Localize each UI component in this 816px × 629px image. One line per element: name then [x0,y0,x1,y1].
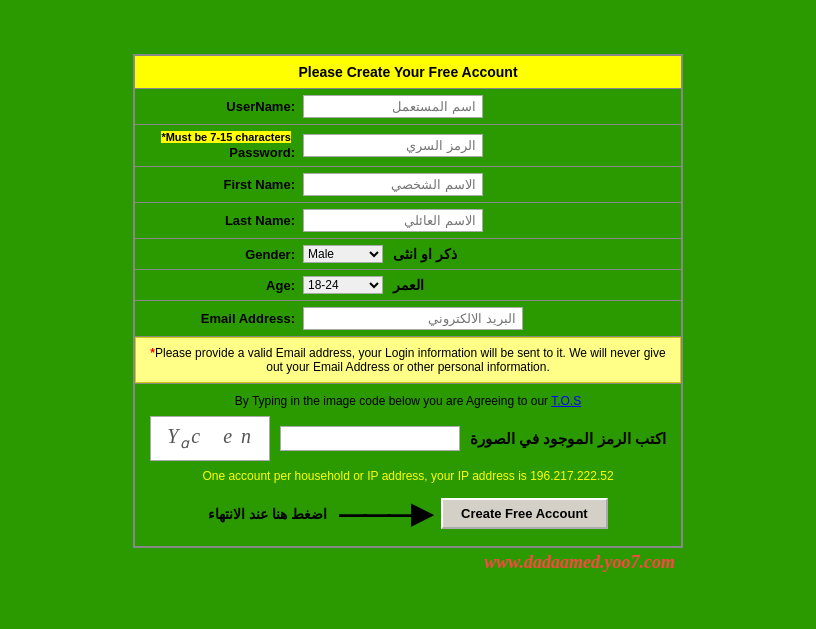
firstname-label: First Name: [143,177,303,192]
firstname-row: First Name: [135,167,681,203]
captcha-row: Yɑc e n اكتب الرمز الموجود في الصورة [147,416,669,461]
lastname-row: Last Name: [135,203,681,239]
gender-label: Gender: [143,247,303,262]
captcha-image: Yɑc e n [150,416,270,461]
username-row: UserName: [135,89,681,125]
gender-input-cell: Male Female ذكر او انثى [303,245,673,263]
username-input-cell [303,95,673,118]
username-input[interactable] [303,95,483,118]
notice-text: Please provide a valid Email address, yo… [155,346,666,374]
password-row: *Must be 7-15 characters Password: [135,125,681,167]
username-label: UserName: [143,99,303,114]
ip-notice: One account per household or IP address,… [147,469,669,483]
password-input[interactable] [303,134,483,157]
age-select[interactable]: 18-24 25-34 35-44 45-54 55+ [303,276,383,294]
captcha-section: By Typing in the image code below you ar… [135,383,681,546]
ip-notice-text: One account per household or IP address,… [202,469,526,483]
tos-link[interactable]: T.O.S [551,394,581,408]
email-input[interactable] [303,307,523,330]
email-input-cell [303,307,673,330]
form-title: Please Create Your Free Account [135,56,681,89]
password-label: Password: [229,145,295,160]
captcha-agree-text: By Typing in the image code below you ar… [147,394,669,408]
password-input-cell [303,134,673,157]
password-label-cell: *Must be 7-15 characters Password: [143,131,303,160]
email-row: Email Address: [135,301,681,337]
lastname-input-cell [303,209,673,232]
submit-row: اضغط هنا عند الانتهاء ———▶ Create Free A… [147,491,669,536]
create-account-button[interactable]: Create Free Account [441,498,608,529]
age-input-cell: 18-24 25-34 35-44 45-54 55+ العمر [303,276,673,294]
gender-arabic-label: ذكر او انثى [393,246,457,262]
firstname-input-cell [303,173,673,196]
captcha-input[interactable] [280,426,460,451]
email-notice: *Please provide a valid Email address, y… [135,337,681,383]
finish-arabic-label: اضغط هنا عند الانتهاء [208,506,327,522]
captcha-agree-label: By Typing in the image code below you ar… [235,394,548,408]
gender-row: Gender: Male Female ذكر او انثى [135,239,681,270]
watermark-url: www.dadaamed.yoo7.com [133,548,683,575]
password-must-label: *Must be 7-15 characters [161,131,291,143]
age-label: Age: [143,278,303,293]
arrow-icon: ———▶ [339,497,429,530]
firstname-input[interactable] [303,173,483,196]
ip-address: 196.217.222.52 [530,469,613,483]
captcha-text: Yɑc e n [167,425,253,452]
age-arabic-label: العمر [393,277,424,293]
gender-select[interactable]: Male Female [303,245,383,263]
age-row: Age: 18-24 25-34 35-44 45-54 55+ العمر [135,270,681,301]
lastname-label: Last Name: [143,213,303,228]
email-label: Email Address: [143,311,303,326]
lastname-input[interactable] [303,209,483,232]
captcha-arabic-label: اكتب الرمز الموجود في الصورة [470,430,666,448]
